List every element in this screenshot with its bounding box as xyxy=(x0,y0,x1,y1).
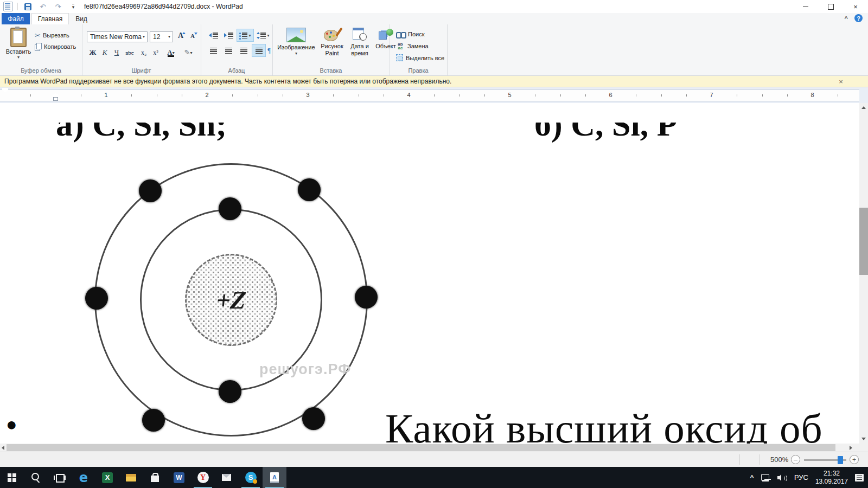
list-bullet[interactable]: ● xyxy=(6,415,17,433)
paint-drawing-button[interactable]: Рисунок Paint xyxy=(318,28,346,57)
network-icon[interactable] xyxy=(761,474,770,481)
save-button[interactable] xyxy=(22,1,33,12)
minimize-button[interactable] xyxy=(793,0,818,13)
font-size-combobox[interactable]: 12 ▾ xyxy=(150,31,173,42)
vertical-scrollbar[interactable] xyxy=(859,103,868,444)
taskbar-word-button[interactable]: W xyxy=(167,467,191,488)
ruler-ticks: 12345678 xyxy=(0,89,859,101)
tab-view[interactable]: Вид xyxy=(71,13,92,24)
grow-font-button[interactable]: A xyxy=(175,30,186,41)
horizontal-scroll-thumb[interactable] xyxy=(7,444,835,451)
select-all-button[interactable]: Выделить все xyxy=(396,53,444,62)
taskbar-mail-button[interactable] xyxy=(215,467,239,488)
bullet-list-button[interactable]: ▾ xyxy=(237,29,254,42)
chevron-down-icon: ▾ xyxy=(17,55,20,60)
strikethrough-button[interactable]: abc xyxy=(123,47,136,58)
taskbar-search-button[interactable] xyxy=(24,467,48,488)
binoculars-icon xyxy=(396,31,405,37)
redo-button[interactable]: ↷ xyxy=(53,1,63,12)
volume-icon[interactable] xyxy=(777,474,787,481)
bold-button[interactable]: Ж xyxy=(87,47,98,58)
find-button[interactable]: Поиск xyxy=(396,29,424,38)
taskbar-skype-button[interactable]: S xyxy=(239,467,263,488)
warning-close-button[interactable]: × xyxy=(833,76,848,87)
shrink-font-button[interactable]: A xyxy=(187,30,198,41)
group-label-clipboard: Буфер обмена xyxy=(0,67,82,74)
hidden-icons-chevron[interactable]: ^ xyxy=(750,473,754,481)
close-icon: × xyxy=(853,3,858,10)
maximize-icon xyxy=(828,4,834,10)
taskbar-start-button[interactable] xyxy=(0,467,24,488)
taskbar-file-explorer-button[interactable] xyxy=(119,467,143,488)
tab-file[interactable]: Файл xyxy=(2,13,30,24)
redo-icon: ↷ xyxy=(55,3,61,10)
paint-palette-icon xyxy=(324,28,340,41)
ruler-number: 8 xyxy=(810,92,814,98)
clipped-text-line-left[interactable]: а) C, Si, Sn; xyxy=(56,123,284,145)
font-family-combobox[interactable]: Times New Roman ▾ xyxy=(87,31,148,42)
vertical-scroll-thumb[interactable] xyxy=(859,208,868,275)
superscript-button[interactable]: x² xyxy=(150,47,161,58)
justify-button[interactable] xyxy=(252,44,266,57)
paste-button[interactable]: Вставить ▾ xyxy=(4,28,33,60)
maximize-button[interactable] xyxy=(818,0,843,13)
ruler-number: 5 xyxy=(508,92,511,98)
clipped-text-line-right[interactable]: б) C, Si, P xyxy=(534,123,713,145)
taskbar-edge-button[interactable]: e xyxy=(72,467,95,488)
text-highlight-button[interactable]: ✎ ▾ xyxy=(181,47,196,58)
select-all-icon xyxy=(396,54,403,61)
align-center-button[interactable] xyxy=(221,44,235,57)
document-canvas[interactable]: а) C, Si, Sn; б) C, Si, P +Z решуогэ.РФ … xyxy=(0,103,859,444)
taskbar-store-button[interactable] xyxy=(143,467,167,488)
taskbar-task-view-button[interactable] xyxy=(48,467,72,488)
line-spacing-button[interactable]: ▾ xyxy=(255,29,271,42)
document-heading-text[interactable]: Какой высший оксид об xyxy=(385,404,823,444)
underline-button[interactable]: Ч xyxy=(111,47,122,58)
date-time-button[interactable]: Дата и время xyxy=(347,28,372,57)
scroll-right-arrow[interactable] xyxy=(850,446,852,450)
zoom-in-button[interactable]: + xyxy=(850,455,859,464)
scroll-up-arrow[interactable] xyxy=(861,106,866,109)
cut-button[interactable]: ✂ Вырезать xyxy=(35,30,69,40)
zoom-slider[interactable] xyxy=(804,459,846,461)
decrease-indent-button[interactable] xyxy=(206,29,220,42)
action-center-icon[interactable] xyxy=(855,474,864,481)
help-button[interactable]: ? xyxy=(854,14,863,22)
wordpad-app-icon[interactable] xyxy=(3,2,13,11)
clock[interactable]: 21:32 13.09.2017 xyxy=(815,470,848,486)
taskbar-wordpad-button[interactable]: A xyxy=(263,467,286,488)
ribbon-group-font: Times New Roman ▾ 12 ▾ A A Ж К Ч abc x₂ … xyxy=(82,24,201,75)
scroll-left-arrow[interactable] xyxy=(2,446,4,450)
align-right-button[interactable] xyxy=(237,44,251,57)
scroll-down-arrow[interactable] xyxy=(861,438,866,440)
subscript-button[interactable]: x₂ xyxy=(138,47,149,58)
increase-indent-button[interactable] xyxy=(221,29,235,42)
collapse-ribbon-button[interactable]: ^ xyxy=(845,15,848,22)
font-color-button[interactable]: A ▾ xyxy=(163,47,178,58)
copy-button[interactable]: Копировать xyxy=(35,42,76,52)
clipboard-icon xyxy=(10,28,27,47)
tab-home[interactable]: Главная xyxy=(31,13,69,24)
qat-customize-button[interactable]: ▾ xyxy=(68,1,79,12)
paragraph-dialog-button[interactable]: ¶ xyxy=(267,44,271,57)
atom-image[interactable]: +Z решуогэ.РФ xyxy=(76,146,386,444)
close-button[interactable]: × xyxy=(843,0,868,13)
replace-button[interactable]: abac Замена xyxy=(396,41,429,50)
undo-button[interactable]: ↶ xyxy=(37,1,48,12)
ruler-number: 2 xyxy=(205,92,208,98)
zoom-slider-thumb[interactable] xyxy=(838,456,843,464)
left-indent-marker[interactable] xyxy=(53,97,58,101)
ruler-tick xyxy=(81,94,81,97)
caret-up-icon xyxy=(182,32,186,34)
taskbar-yandex-browser-button[interactable]: Y xyxy=(191,467,215,488)
language-indicator[interactable]: РУС xyxy=(794,473,808,481)
italic-button[interactable]: К xyxy=(99,47,110,58)
taskbar-excel-button[interactable]: X xyxy=(95,467,119,488)
task-view-icon xyxy=(54,472,66,484)
horizontal-scrollbar[interactable] xyxy=(0,444,859,452)
zoom-out-button[interactable]: – xyxy=(791,455,800,464)
insert-picture-button[interactable]: Изображение ▾ xyxy=(276,28,317,56)
ruler-number: 1 xyxy=(104,92,107,98)
align-left-button[interactable] xyxy=(206,44,220,57)
scissors-icon: ✂ xyxy=(35,32,41,39)
